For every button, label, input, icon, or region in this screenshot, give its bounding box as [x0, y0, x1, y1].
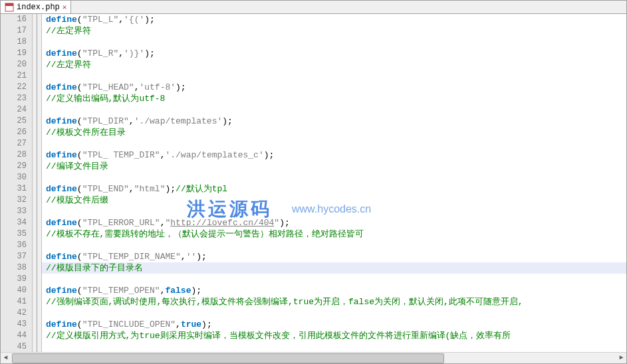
- line-number: 25: [1, 116, 27, 127]
- code-line[interactable]: //左定界符: [42, 25, 626, 37]
- line-number: 16: [1, 14, 27, 25]
- line-number-gutter: 1617181920212223242526272829303132333435…: [1, 14, 33, 352]
- code-line[interactable]: define("TPL_TEMP_OPEN",false);: [42, 285, 626, 296]
- horizontal-scrollbar[interactable]: ◄ ►: [1, 352, 626, 363]
- line-number: 20: [1, 59, 27, 70]
- line-number: 37: [1, 251, 27, 262]
- svg-rect-1: [5, 3, 13, 6]
- code-line[interactable]: define("TPL_R",')}');: [42, 48, 626, 59]
- line-number: 34: [1, 217, 27, 228]
- fold-margin[interactable]: [33, 14, 42, 352]
- tab-file[interactable]: index.php ✕: [1, 1, 71, 13]
- line-number: 31: [1, 183, 27, 195]
- line-number: 41: [1, 296, 27, 308]
- line-number: 32: [1, 195, 27, 206]
- line-number: 22: [1, 82, 27, 93]
- code-line[interactable]: define("TPL_TEMP_DIR_NAME",'');: [42, 251, 626, 262]
- code-line[interactable]: //模板文件所在目录: [42, 127, 626, 138]
- code-line[interactable]: //模版目录下的子目录名: [42, 262, 626, 274]
- code-line[interactable]: x: [42, 341, 626, 352]
- line-number: 24: [1, 104, 27, 116]
- line-number: 21: [1, 70, 27, 82]
- scrollbar-track[interactable]: [12, 353, 615, 363]
- line-number: 17: [1, 25, 27, 37]
- close-icon[interactable]: ✕: [63, 3, 67, 11]
- code-line[interactable]: x: [42, 70, 626, 82]
- code-line[interactable]: //定义输出编码,默认为utf-8: [42, 93, 626, 104]
- line-number: 26: [1, 127, 27, 138]
- tab-bar: index.php ✕: [1, 1, 626, 14]
- code-line[interactable]: define("TPL_DIR",'./wap/templates');: [42, 116, 626, 127]
- line-number: 19: [1, 48, 27, 59]
- line-number: 30: [1, 172, 27, 183]
- code-area[interactable]: define("TPL_L",'{(');//左定界符xdefine("TPL_…: [42, 14, 626, 352]
- line-number: 40: [1, 285, 27, 296]
- code-line[interactable]: define("TPL_ TEMP_DIR",'./wap/templates_…: [42, 149, 626, 161]
- code-line[interactable]: x: [42, 308, 626, 319]
- code-line[interactable]: x: [42, 240, 626, 251]
- code-line[interactable]: x: [42, 138, 626, 149]
- line-number: 27: [1, 138, 27, 149]
- line-number: 35: [1, 228, 27, 240]
- code-line[interactable]: //编译文件目录: [42, 161, 626, 172]
- code-line[interactable]: define("TPL_INCLUDE_OPEN",true);: [42, 319, 626, 330]
- code-line[interactable]: //强制编译页面,调试时使用,每次执行,模版文件将会强制编译,true为开启，f…: [42, 296, 626, 308]
- line-number: 28: [1, 149, 27, 161]
- code-line[interactable]: //模版文件后缀: [42, 195, 626, 206]
- code-line[interactable]: x: [42, 172, 626, 183]
- line-number: 44: [1, 330, 27, 341]
- line-number: 38: [1, 262, 27, 274]
- scroll-left-arrow-icon[interactable]: ◄: [0, 353, 11, 364]
- code-line[interactable]: //定义模版引用方式,为true则采用实时编译，当模板文件改变，引用此模板文件的…: [42, 330, 626, 341]
- php-file-icon: [5, 3, 14, 12]
- code-line[interactable]: x: [42, 274, 626, 285]
- code-line[interactable]: define("TPL_END","html");//默认为tpl: [42, 183, 626, 195]
- scrollbar-thumb[interactable]: [12, 353, 444, 363]
- line-number: 39: [1, 274, 27, 285]
- line-number: 18: [1, 37, 27, 48]
- editor[interactable]: 1617181920212223242526272829303132333435…: [1, 14, 626, 352]
- line-number: 33: [1, 206, 27, 217]
- code-line[interactable]: define("TPL_ERROR_URL","http://lovefc.cn…: [42, 217, 626, 228]
- code-line[interactable]: //模板不存在,需要跳转的地址，（默认会提示一句警告）相对路径，绝对路径皆可: [42, 228, 626, 240]
- code-line[interactable]: x: [42, 104, 626, 116]
- code-line[interactable]: //左定界符: [42, 59, 626, 70]
- scroll-right-arrow-icon[interactable]: ►: [616, 353, 627, 364]
- line-number: 43: [1, 319, 27, 330]
- line-number: 36: [1, 240, 27, 251]
- line-number: 45: [1, 341, 27, 352]
- line-number: 42: [1, 308, 27, 319]
- code-line[interactable]: x: [42, 37, 626, 48]
- line-number: 23: [1, 93, 27, 104]
- tab-filename: index.php: [17, 3, 60, 12]
- code-line[interactable]: define("TPL_HEAD",'utf-8');: [42, 82, 626, 93]
- code-line[interactable]: x: [42, 206, 626, 217]
- code-line[interactable]: define("TPL_L",'{(');: [42, 14, 626, 25]
- line-number: 29: [1, 161, 27, 172]
